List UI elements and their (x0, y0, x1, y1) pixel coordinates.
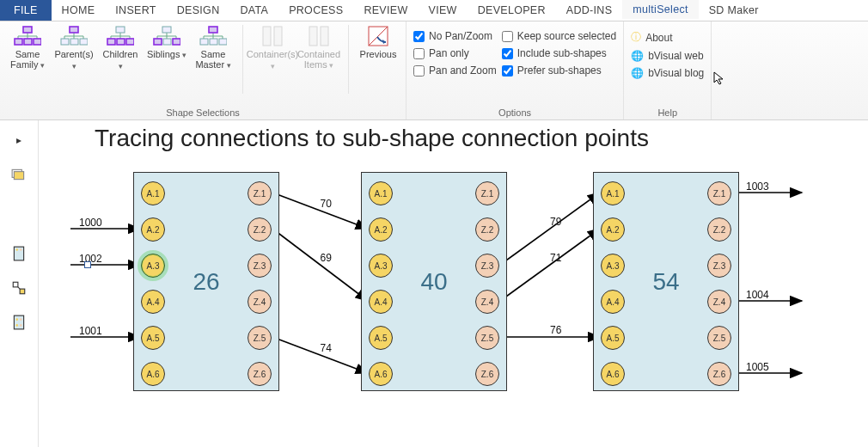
option-no-pan-zoom-checkbox[interactable] (413, 31, 425, 42)
port-26-z5[interactable]: Z.5 (248, 326, 272, 350)
svg-line-97 (272, 229, 368, 301)
children-button-icon (106, 25, 135, 47)
port-26-a1[interactable]: A.1 (141, 181, 165, 205)
same-family-button-label: SameFamily (10, 49, 45, 70)
port-54-z5[interactable]: Z.5 (707, 326, 731, 350)
containers-button-icon (258, 25, 287, 47)
page-title: Tracing connections to sub-shape connect… (95, 125, 649, 152)
port-40-z6[interactable]: Z.6 (475, 362, 499, 386)
tab-view[interactable]: VIEW (419, 0, 468, 21)
option-include-sub[interactable]: Include sub-shapes (502, 47, 616, 59)
bvisual-web-link[interactable]: 🌐bVisual web (631, 50, 704, 62)
port-54-z6[interactable]: Z.6 (707, 362, 731, 386)
port-26-a6[interactable]: A.6 (141, 362, 165, 386)
shape-box-40[interactable]: 40A.1Z.1A.2Z.2A.3Z.3A.4Z.4A.5Z.5A.6Z.6 (361, 172, 507, 391)
svg-rect-44 (219, 39, 227, 45)
tab-developer[interactable]: DEVELOPER (468, 0, 556, 21)
port-54-z2[interactable]: Z.2 (707, 217, 731, 242)
port-40-a5[interactable]: A.5 (369, 326, 393, 350)
port-40-z3[interactable]: Z.3 (475, 254, 499, 278)
svg-rect-25 (117, 39, 125, 45)
svg-rect-52 (14, 172, 23, 180)
svg-rect-59 (14, 315, 23, 329)
option-prefer-sub[interactable]: Prefer sub-shapes (502, 64, 616, 77)
port-40-a6[interactable]: A.6 (369, 362, 393, 386)
port-40-a1[interactable]: A.1 (369, 181, 393, 205)
port-26-a2[interactable]: A.2 (141, 217, 165, 242)
stencil-icon-1[interactable] (11, 246, 27, 261)
parents-button-label: Parent(s) (53, 49, 95, 71)
port-26-z3[interactable]: Z.3 (248, 254, 272, 278)
port-26-z2[interactable]: Z.2 (248, 217, 272, 242)
siblings-button[interactable]: Siblings (146, 25, 187, 60)
option-keep-source[interactable]: Keep source selected (502, 30, 616, 42)
port-54-a4[interactable]: A.4 (601, 290, 625, 314)
stencil-icon-2[interactable] (11, 280, 27, 296)
drawing-canvas[interactable]: Tracing connections to sub-shape connect… (39, 120, 868, 447)
port-40-a2[interactable]: A.2 (369, 217, 393, 242)
option-keep-source-checkbox[interactable] (502, 31, 513, 42)
port-26-a3[interactable]: A.3 (141, 254, 165, 278)
option-pan-only-checkbox[interactable] (413, 48, 425, 59)
tab-file[interactable]: FILE (0, 0, 52, 21)
port-40-z4[interactable]: Z.4 (475, 290, 499, 314)
svg-point-63 (20, 324, 22, 327)
svg-rect-8 (34, 39, 41, 45)
port-40-z5[interactable]: Z.5 (475, 326, 499, 350)
port-40-a4[interactable]: A.4 (369, 290, 393, 314)
tab-sd-maker[interactable]: SD Maker (699, 0, 769, 21)
port-26-a4[interactable]: A.4 (141, 290, 165, 314)
svg-point-54 (15, 248, 18, 251)
tab-review[interactable]: REVIEW (353, 0, 418, 21)
contained-items-button: ContainedItems (298, 25, 339, 70)
port-54-a6[interactable]: A.6 (601, 362, 625, 386)
parents-button[interactable]: Parent(s) (53, 25, 95, 71)
tab-home[interactable]: HOME (52, 0, 106, 21)
svg-rect-26 (126, 39, 134, 45)
tab-data[interactable]: DATA (229, 0, 278, 21)
option-pan-and-zoom[interactable]: Pan and Zoom (413, 64, 497, 77)
tab-design[interactable]: DESIGN (167, 0, 230, 21)
option-no-pan-zoom[interactable]: No Pan/Zoom (413, 30, 497, 42)
option-prefer-sub-checkbox[interactable] (502, 65, 513, 77)
shape-box-54[interactable]: 54A.1Z.1A.2Z.2A.3Z.3A.4Z.4A.5Z.5A.6Z.6 (593, 172, 739, 391)
port-40-a3[interactable]: A.3 (369, 254, 393, 278)
option-pan-only[interactable]: Pan only (413, 47, 497, 59)
port-54-a3[interactable]: A.3 (601, 254, 625, 278)
tab-process[interactable]: PROCESS (278, 0, 353, 21)
port-26-z4[interactable]: Z.4 (248, 290, 272, 314)
same-family-button[interactable]: SameFamily (7, 25, 48, 70)
shapes-panel-icon[interactable] (11, 167, 27, 182)
group-label-options: Options (413, 106, 616, 118)
stencil-icon-3[interactable] (11, 315, 27, 330)
port-54-z1[interactable]: Z.1 (707, 181, 731, 205)
expand-icon[interactable]: ▸ (11, 132, 27, 148)
option-include-sub-checkbox[interactable] (502, 48, 513, 59)
port-40-z2[interactable]: Z.2 (475, 217, 499, 242)
selection-handle[interactable] (84, 261, 91, 268)
about-link[interactable]: ⓘAbout (631, 30, 704, 45)
tab-add-ins[interactable]: ADD-INS (556, 0, 623, 21)
svg-rect-23 (116, 27, 125, 33)
option-pan-and-zoom-checkbox[interactable] (413, 65, 425, 77)
port-54-a1[interactable]: A.1 (601, 181, 625, 205)
svg-rect-46 (274, 27, 282, 46)
children-button[interactable]: Children (100, 25, 141, 71)
bvisual-blog-link[interactable]: 🌐bVisual blog (631, 67, 704, 79)
shape-box-26[interactable]: 26A.1Z.1A.2Z.2A.3Z.3A.4Z.4A.5Z.5A.6Z.6 (133, 172, 279, 391)
port-26-z1[interactable]: Z.1 (248, 181, 272, 205)
tab-insert[interactable]: INSERT (105, 0, 166, 21)
svg-point-62 (15, 324, 18, 327)
port-54-z3[interactable]: Z.3 (707, 254, 731, 278)
port-54-a5[interactable]: A.5 (601, 326, 625, 350)
same-master-button[interactable]: SameMaster (193, 25, 234, 70)
port-40-z1[interactable]: Z.1 (475, 181, 499, 205)
port-26-z6[interactable]: Z.6 (248, 362, 272, 386)
port-54-z4[interactable]: Z.4 (707, 290, 731, 314)
port-26-a5[interactable]: A.5 (141, 326, 165, 350)
tab-multiselect[interactable]: multiSelect (622, 0, 698, 21)
svg-text:70: 70 (321, 198, 333, 210)
port-54-a2[interactable]: A.2 (601, 217, 625, 242)
previous-button[interactable]: Previous (358, 25, 399, 59)
svg-text:71: 71 (550, 252, 562, 264)
